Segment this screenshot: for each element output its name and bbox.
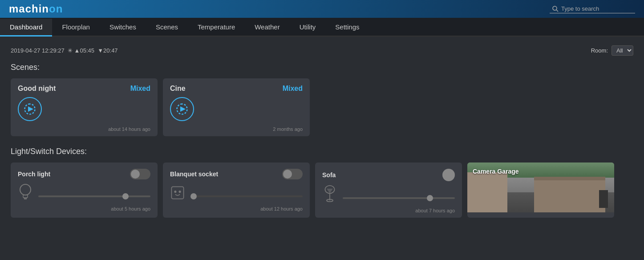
logo: machinon xyxy=(9,3,63,15)
device-porch-time: about 5 hours ago xyxy=(18,206,150,211)
scene-cine-title: Cine xyxy=(170,85,186,93)
device-sofa-title: Sofa xyxy=(322,171,336,179)
device-blanquet-toggle[interactable] xyxy=(282,169,303,179)
header: machinon xyxy=(0,0,644,18)
scene-card-cine[interactable]: Cine Mixed 2 months ago xyxy=(163,78,310,136)
svg-point-0 xyxy=(553,6,557,10)
device-card-camera-garage[interactable]: Camera Garage xyxy=(467,162,614,218)
device-blanquet-icon-area xyxy=(170,183,303,203)
camera-person xyxy=(599,190,608,208)
scene-cine-status: Mixed xyxy=(283,85,303,93)
scene-card-goodnight[interactable]: Good night Mixed about 14 hours ago xyxy=(11,78,158,136)
sunset-time: 20:47 xyxy=(103,47,118,54)
datetime-text: 2019-04-27 12:29:27 xyxy=(11,47,65,54)
search-icon xyxy=(552,6,559,12)
porch-slider-thumb xyxy=(122,193,129,199)
scene-goodnight-status: Mixed xyxy=(130,85,150,93)
scene-cine-icon xyxy=(170,97,303,123)
device-card-blanquet[interactable]: Blanquet socket about 12 hours ago xyxy=(163,162,310,218)
toggle-slider-porch xyxy=(130,169,150,179)
devices-row: Porch light about 5 hours ago xyxy=(11,162,633,218)
svg-marker-3 xyxy=(28,106,33,112)
nav-item-scenes[interactable]: Scenes xyxy=(146,19,188,37)
scene-cine-header: Cine Mixed xyxy=(170,85,303,93)
logo-text-main: machin xyxy=(9,3,49,15)
room-filter: Room: All xyxy=(591,45,633,56)
blanquet-slider[interactable] xyxy=(190,195,303,197)
device-blanquet-time: about 12 hours ago xyxy=(170,206,303,211)
svg-rect-9 xyxy=(171,187,183,199)
device-porch-toggle[interactable] xyxy=(130,169,150,179)
room-select[interactable]: All xyxy=(612,45,633,56)
device-blanquet-header: Blanquet socket xyxy=(170,169,303,179)
svg-marker-5 xyxy=(180,106,186,112)
device-sofa-time: about 7 hours ago xyxy=(322,208,455,213)
porch-slider[interactable] xyxy=(38,195,150,197)
sunrise-time: 05:45 xyxy=(80,47,94,54)
devices-section-title: Light/Switch Devices: xyxy=(11,147,633,156)
svg-point-6 xyxy=(20,184,31,195)
status-bar: 2019-04-27 12:29:27 ✳ ▲05:45 ▼20:47 Room… xyxy=(11,45,633,56)
svg-point-15 xyxy=(327,199,333,202)
device-sofa-header: Sofa xyxy=(322,169,455,181)
nav-item-utility[interactable]: Utility xyxy=(290,19,326,37)
scenes-section-title: Scenes: xyxy=(11,63,633,72)
room-label: Room: xyxy=(591,47,608,54)
nav-item-dashboard[interactable]: Dashboard xyxy=(0,19,52,37)
gear-play-icon xyxy=(18,97,42,121)
device-porch-icon-area xyxy=(18,183,150,203)
search-input[interactable] xyxy=(561,5,632,12)
camera-label: Camera Garage xyxy=(473,168,519,175)
logo-highlight: on xyxy=(49,3,63,15)
scene-goodnight-title: Good night xyxy=(18,85,56,93)
status-datetime: 2019-04-27 12:29:27 ✳ ▲05:45 ▼20:47 xyxy=(11,47,118,54)
svg-point-10 xyxy=(174,191,176,193)
toggle-slider-blanquet xyxy=(282,169,303,179)
device-card-porch-light[interactable]: Porch light about 5 hours ago xyxy=(11,162,158,218)
search-box[interactable] xyxy=(550,4,635,13)
gear-play-icon-2 xyxy=(170,97,194,121)
sofa-slider[interactable] xyxy=(343,197,455,199)
scene-goodnight-header: Good night Mixed xyxy=(18,85,150,93)
svg-point-11 xyxy=(179,191,181,193)
scene-goodnight-time: about 14 hours ago xyxy=(18,126,150,132)
nav-item-temperature[interactable]: Temperature xyxy=(188,19,245,37)
scenes-row: Good night Mixed about 14 hours ago Cine… xyxy=(11,78,633,136)
device-porch-header: Porch light xyxy=(18,169,150,179)
device-porch-title: Porch light xyxy=(18,171,50,178)
blanquet-slider-thumb xyxy=(190,193,197,199)
nav-item-switches[interactable]: Switches xyxy=(100,19,146,37)
lamp-icon xyxy=(322,185,337,204)
nav-item-settings[interactable]: Settings xyxy=(325,19,369,37)
scene-cine-time: 2 months ago xyxy=(170,126,303,132)
device-blanquet-title: Blanquet socket xyxy=(170,171,218,178)
navbar: Dashboard Floorplan Switches Scenes Temp… xyxy=(0,18,644,37)
socket-icon xyxy=(170,183,185,203)
camera-building-left xyxy=(467,172,507,212)
device-sofa-icon-area xyxy=(322,185,455,204)
bulb-icon xyxy=(18,183,33,203)
scene-goodnight-icon xyxy=(18,97,150,123)
device-sofa-status-dot xyxy=(442,169,455,181)
camera-building-right xyxy=(534,177,605,212)
nav-item-weather[interactable]: Weather xyxy=(245,19,289,37)
nav-item-floorplan[interactable]: Floorplan xyxy=(52,19,100,37)
main-content: 2019-04-27 12:29:27 ✳ ▲05:45 ▼20:47 Room… xyxy=(0,37,644,227)
sofa-slider-thumb xyxy=(427,195,433,201)
svg-line-1 xyxy=(556,10,558,12)
device-card-sofa[interactable]: Sofa about 7 hours ago xyxy=(315,162,462,218)
